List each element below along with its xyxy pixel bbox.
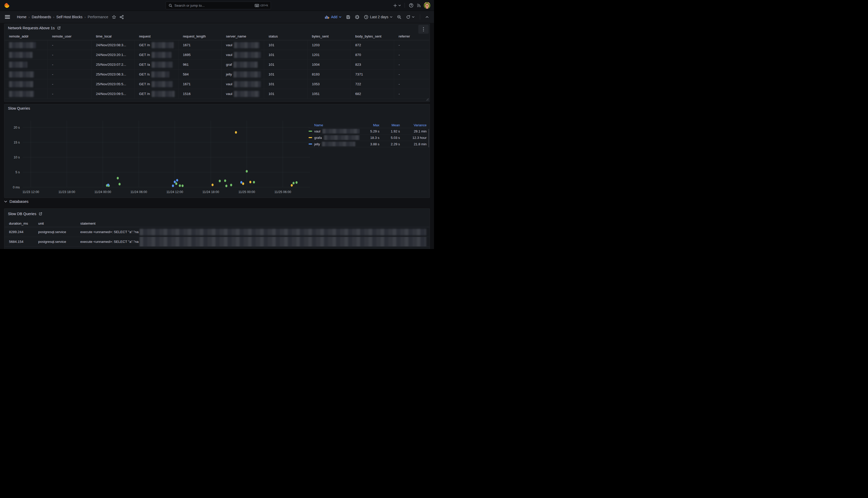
resize-handle[interactable] [426,98,429,101]
panel-slow-queries-header[interactable]: Slow Queries [4,104,430,113]
cell-remote_user: - [48,50,92,60]
add-button[interactable]: Add [323,14,343,20]
x-axis-tick-label: 11/25 06:00 [274,190,291,194]
cell-time_local: 25/Nov/2023:07:2... [92,60,135,69]
collapse-toolbar-button[interactable] [424,15,430,19]
cell-status: 101 [264,40,308,50]
cell-request_length: 1516 [178,89,222,99]
news-button[interactable] [415,2,423,9]
external-link-icon[interactable] [57,26,61,30]
refresh-icon [406,15,410,19]
help-button[interactable] [407,2,415,9]
legend-header-name[interactable]: Name [309,123,360,127]
redacted-value [322,129,360,134]
cell-server_name: vaul [222,89,264,99]
mega-menu-button[interactable] [4,13,11,21]
grafana-dashboard: { "colors": { "accent_blue": "#6E9FFF", … [0,0,434,249]
legend-row[interactable]: grafa18.3 s5.03 s12.3 hour [309,134,426,141]
db-table-row[interactable]: 8289.244postgresql.serviceexecute <unnam… [5,227,429,237]
table-row[interactable]: -25/Nov/2023:06:3...GET /s584jelly101819… [5,69,429,79]
column-header-bytes_sent[interactable]: bytes_sent [308,32,351,40]
redacted-value [234,81,261,87]
cell-unit: postgresql.service [34,237,76,247]
dashboard-settings-button[interactable] [353,14,361,21]
legend-row[interactable]: jelly3.88 s2.29 s21.8 min [309,141,426,147]
legend-scrollbar[interactable] [428,129,429,147]
panel-network-requests: Network Requests Above 1s remote_addrrem… [4,24,430,102]
cell-remote_addr [5,69,48,79]
column-header-status[interactable]: status [264,32,308,40]
column-header-body_bytes_sent[interactable]: body_bytes_sent [351,32,394,40]
table-header-row: remote_addrremote_usertime_localrequestr… [5,32,429,40]
legend-header-max[interactable]: Max [360,123,379,127]
table-row[interactable]: -24/Nov/2023:20:1...GET /n1695vaul101120… [5,50,429,60]
scatter-point [235,131,237,134]
zoom-out-button[interactable] [395,14,403,21]
legend-header-variance[interactable]: Variance [400,123,426,127]
redacted-value [151,71,169,78]
db-column-header-duration_ms[interactable]: duration_ms [5,220,34,227]
column-header-server_name[interactable]: server_name [222,32,264,40]
save-icon [346,15,350,19]
breadcrumb-item[interactable]: Home [17,15,26,19]
share-button[interactable] [118,13,126,21]
grafana-logo[interactable] [4,2,10,9]
cell-body_bytes_sent: 7371 [351,69,394,79]
x-axis-tick-label: 11/24 00:00 [94,190,111,194]
cell-server_name: graf [222,60,264,69]
legend-series-name[interactable]: jelly [309,142,360,147]
cell-bytes_sent: 1201 [308,50,351,60]
help-icon [409,3,413,8]
chevron-down-icon [412,16,415,18]
legend-series-name[interactable]: grafa [309,135,360,140]
time-range-picker[interactable]: Last 2 days [362,14,394,21]
legend-row[interactable]: vaul5.29 s1.92 s29.1 min [309,128,426,134]
legend-header-mean[interactable]: Mean [379,123,400,127]
column-header-time_local[interactable]: time_local [92,32,135,40]
search-input[interactable] [174,4,253,8]
scatter-point [179,184,181,187]
cell-unit: postgresql.service [34,227,76,237]
hamburger-icon [5,15,10,19]
scatter-point [175,183,177,185]
column-header-request_length[interactable]: request_length [178,32,222,40]
favorite-button[interactable] [110,13,118,21]
section-databases[interactable]: Databases [4,199,28,204]
db-column-header-statement[interactable]: statement [76,220,429,227]
cell-referrer: - [394,89,429,99]
external-link-icon[interactable] [39,212,42,215]
cell-time_local: 25/Nov/2023:06:3... [92,69,135,79]
user-avatar[interactable] [423,2,431,9]
refresh-button[interactable] [404,14,416,21]
redacted-statement [139,229,426,235]
column-header-remote_user[interactable]: remote_user [48,32,92,40]
redacted-value [322,142,355,147]
scatter-point [296,181,298,184]
panel-network-header[interactable]: Network Requests Above 1s [4,24,430,32]
breadcrumb-item[interactable]: Self Host Blocks [56,15,83,19]
slow-queries-scatter-chart[interactable]: 0 ms5 s10 s15 s20 s11/23 12:0011/23 18:0… [9,116,319,197]
x-axis-tick-label: 11/24 06:00 [130,190,147,194]
legend-series-name[interactable]: vaul [309,129,360,134]
panel-db-header[interactable]: Slow DB Queries [4,209,430,219]
table-row[interactable]: -25/Nov/2023:07:2...GET /a961graf1011004… [5,60,429,69]
column-header-remote_addr[interactable]: remote_addr [5,32,48,40]
column-header-request[interactable]: request [135,32,178,40]
cell-request_length: 1695 [178,50,222,60]
cell-remote_user: - [48,60,92,69]
table-row[interactable]: -25/Nov/2023:05:5...GET /n1671vaul101105… [5,79,429,89]
db-column-header-unit[interactable]: unit [34,220,76,227]
db-table-header-row: duration_msunitstatement [5,220,429,227]
db-table-row[interactable]: 5684.154postgresql.serviceexecute <unnam… [5,237,429,247]
save-dashboard-button[interactable] [344,14,352,21]
redacted-value [9,62,27,68]
column-header-referrer[interactable]: referrer [394,32,429,40]
new-button[interactable] [392,2,402,9]
breadcrumb-item[interactable]: Dashboards [32,15,51,19]
redacted-value [9,91,34,97]
global-search[interactable]: ctrl+k [166,2,271,9]
table-row[interactable]: -24/Nov/2023:09:5...GET /n1516vaul101105… [5,89,429,99]
top-nav-bar: ctrl+k [0,0,434,11]
time-range-label: Last 2 days [370,15,388,19]
table-row[interactable]: -24/Nov/2023:08:3...GET /n1671vaul101120… [5,40,429,50]
